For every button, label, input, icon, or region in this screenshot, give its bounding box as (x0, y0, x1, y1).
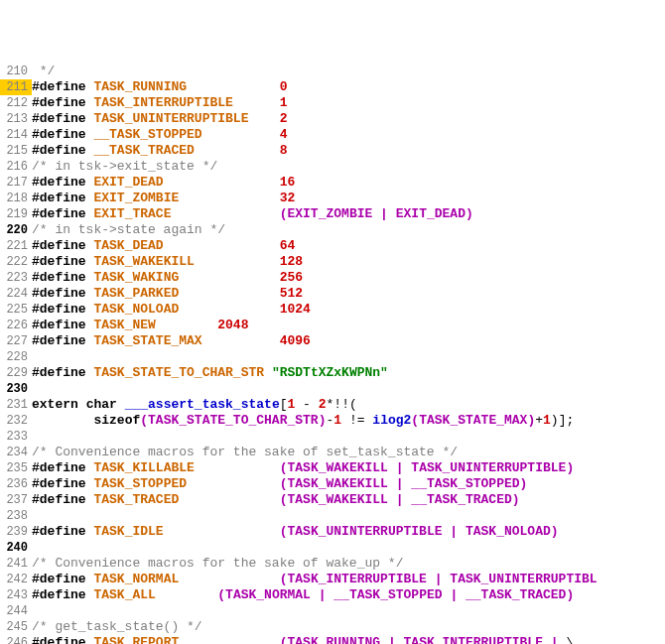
code-line: 219#define EXIT_TRACE (EXIT_ZOMBIE | EXI… (0, 206, 665, 222)
code-line: 236#define TASK_STOPPED (TASK_WAKEKILL |… (0, 476, 665, 492)
code-content: #define TASK_KILLABLE (TASK_WAKEKILL | T… (32, 460, 665, 476)
token: )]; (551, 413, 574, 428)
token (171, 206, 279, 221)
token: TASK_NORMAL (93, 572, 179, 586)
code-content (32, 349, 665, 365)
token: /* in tsk->state again */ (32, 222, 225, 237)
code-line: 246#define TASK_REPORT (TASK_RUNNING | T… (0, 635, 665, 644)
code-content: #define __TASK_TRACED 8 (32, 143, 665, 159)
token: != (341, 413, 372, 428)
token: EXIT_ZOMBIE (287, 206, 372, 221)
token: EXIT_TRACE (93, 206, 171, 221)
token: TASK_WAKEKILL (287, 460, 387, 475)
token: | (396, 460, 404, 475)
token: char (86, 397, 117, 412)
code-line: 214#define __TASK_STOPPED 4 (0, 127, 665, 143)
token: 2048 (217, 318, 248, 332)
token: ___assert_task_state (125, 397, 280, 412)
line-number: 237 (0, 492, 32, 508)
token: 2 (280, 111, 288, 126)
token (156, 318, 217, 332)
code-line: 224#define TASK_PARKED 512 (0, 286, 665, 302)
token: #define (32, 238, 86, 253)
token: TASK_NEW (93, 318, 155, 332)
token: 512 (280, 286, 303, 301)
token: [ (280, 397, 288, 412)
token: sizeof (93, 413, 140, 428)
token: 32 (280, 191, 296, 205)
token: + (535, 413, 543, 428)
token (543, 635, 551, 644)
token: __TASK_STOPPED (333, 587, 442, 602)
code-line: 215#define __TASK_TRACED 8 (0, 143, 665, 159)
token: #define (32, 333, 86, 348)
code-line: 233 (0, 429, 665, 445)
token: ilog2 (372, 413, 411, 428)
token: #define (32, 365, 86, 380)
token: #define (32, 206, 86, 221)
code-line: 240 (0, 540, 665, 556)
token: #define (32, 302, 86, 317)
token: 1024 (280, 302, 311, 317)
token (179, 302, 279, 317)
code-content: #define TASK_ALL (TASK_NORMAL | __TASK_S… (32, 587, 665, 603)
token (195, 143, 280, 158)
code-line: 213#define TASK_UNINTERRUPTIBLE 2 (0, 111, 665, 127)
token: __TASK_STOPPED (411, 476, 519, 491)
token: 4 (280, 127, 288, 142)
code-content (32, 603, 665, 619)
token: #define (32, 286, 86, 301)
token (458, 587, 466, 602)
token (187, 79, 280, 94)
line-number: 210 (0, 64, 32, 79)
token: 256 (280, 270, 303, 285)
token (380, 635, 388, 644)
token: TASK_INTERRUPTIBLE (287, 572, 426, 586)
token: TASK_NOLOAD (466, 524, 551, 539)
code-content (32, 381, 665, 397)
token: | (319, 587, 327, 602)
token: TASK_STATE_TO_CHAR_STR (93, 365, 264, 380)
code-line: 243#define TASK_ALL (TASK_NORMAL | __TAS… (0, 587, 665, 603)
token: *!!( (327, 397, 357, 412)
token: | (380, 206, 388, 221)
code-line: 239#define TASK_IDLE (TASK_UNINTERRUPTIB… (0, 524, 665, 540)
line-number: 233 (0, 429, 32, 445)
code-line: 220/* in tsk->state again */ (0, 222, 665, 238)
code-line: 217#define EXIT_DEAD 16 (0, 175, 665, 191)
token: /* get_task_state() */ (32, 619, 202, 634)
token: TASK_STATE_TO_CHAR_STR (148, 413, 319, 428)
token: EXIT_DEAD (396, 206, 466, 221)
token (32, 413, 93, 428)
code-content: #define TASK_WAKING 256 (32, 270, 665, 286)
token: TASK_RUNNING (93, 79, 187, 94)
token: TASK_REPORT (93, 635, 179, 644)
token: TASK_DEAD (93, 238, 163, 253)
token: /* in tsk->exit_state */ (32, 159, 217, 174)
token: #define (32, 79, 86, 94)
token: ) (566, 587, 574, 602)
token (458, 524, 466, 539)
token: "RSDTtXZxKWPNn" (272, 365, 388, 380)
code-line: 244 (0, 603, 665, 619)
token: EXIT_ZOMBIE (93, 191, 179, 205)
code-content: #define TASK_RUNNING 0 (32, 79, 665, 95)
code-line: 237#define TASK_TRACED (TASK_WAKEKILL | … (0, 492, 665, 508)
code-line: 232 sizeof(TASK_STATE_TO_CHAR_STR)-1 != … (0, 413, 665, 429)
token: | (388, 635, 396, 644)
line-number: 214 (0, 127, 32, 143)
token: EXIT_DEAD (93, 175, 163, 190)
token: TASK_ALL (93, 587, 155, 602)
code-content: #define TASK_PARKED 512 (32, 286, 665, 302)
token (264, 365, 272, 380)
token (311, 587, 319, 602)
line-number: 234 (0, 445, 32, 460)
token (78, 397, 86, 412)
token: */ (32, 64, 55, 78)
token (202, 333, 280, 348)
token: ( (411, 413, 419, 428)
token: 1 (333, 413, 341, 428)
token: #define (32, 635, 86, 644)
line-number: 230 (0, 381, 32, 397)
code-content (32, 508, 665, 524)
